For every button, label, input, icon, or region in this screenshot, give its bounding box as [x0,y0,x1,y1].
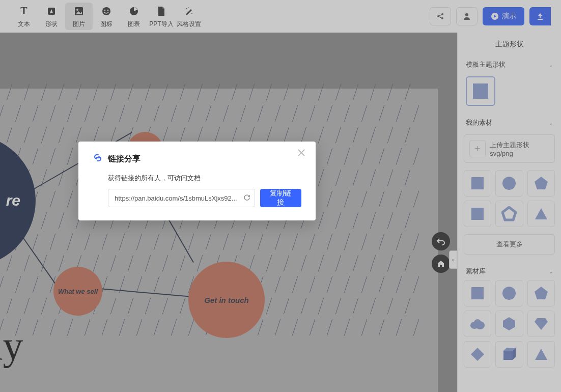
close-icon [297,149,305,157]
dialog-title: 链接分享 [108,154,141,164]
dialog-description: 获得链接的所有人，可访问文档 [108,174,301,183]
close-button[interactable] [297,149,305,159]
refresh-icon [243,194,250,201]
copy-link-button[interactable]: 复制链接 [260,189,301,207]
link-icon [93,153,103,165]
share-link-dialog: 链接分享 获得链接的所有人，可访问文档 https://pan.baidu.co… [78,142,316,220]
refresh-link-button[interactable] [243,194,250,203]
share-url-text: https://pan.baidu.com/s/1sbmuLsXjxs92... [115,194,237,202]
share-url-input[interactable]: https://pan.baidu.com/s/1sbmuLsXjxs92... [108,189,255,207]
